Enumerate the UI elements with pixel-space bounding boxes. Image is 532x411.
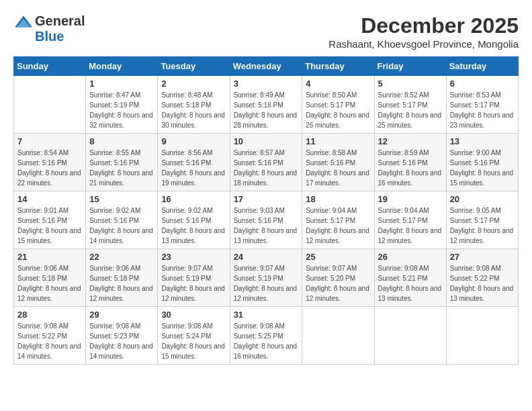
- calendar-cell: 16 Sunrise: 9:02 AMSunset: 5:16 PMDaylig…: [158, 191, 230, 249]
- calendar-cell: 23 Sunrise: 9:07 AMSunset: 5:19 PMDaylig…: [158, 249, 230, 307]
- day-number: 9: [161, 136, 226, 146]
- day-info: Sunrise: 8:58 AMSunset: 5:16 PMDaylight:…: [306, 148, 370, 188]
- day-info: Sunrise: 9:08 AMSunset: 5:23 PMDaylight:…: [89, 321, 154, 361]
- day-info: Sunrise: 9:04 AMSunset: 5:17 PMDaylight:…: [378, 205, 443, 246]
- calendar-cell: 9 Sunrise: 8:56 AMSunset: 5:16 PMDayligh…: [158, 134, 230, 191]
- calendar-cell: 30 Sunrise: 9:08 AMSunset: 5:24 PMDaylig…: [158, 307, 230, 365]
- calendar-cell: 7 Sunrise: 8:54 AMSunset: 5:16 PMDayligh…: [14, 134, 86, 191]
- day-info: Sunrise: 9:07 AMSunset: 5:19 PMDaylight:…: [161, 263, 226, 304]
- logo-general-text: General: [35, 13, 85, 29]
- calendar-cell: 22 Sunrise: 9:06 AMSunset: 5:18 PMDaylig…: [86, 249, 158, 307]
- day-info: Sunrise: 9:07 AMSunset: 5:20 PMDaylight:…: [306, 263, 370, 304]
- day-info: Sunrise: 9:08 AMSunset: 5:22 PMDaylight:…: [450, 263, 515, 304]
- calendar-cell: 15 Sunrise: 9:02 AMSunset: 5:16 PMDaylig…: [86, 191, 158, 249]
- day-number: 24: [234, 252, 299, 262]
- calendar-week-0: 1 Sunrise: 8:47 AMSunset: 5:19 PMDayligh…: [14, 76, 519, 134]
- day-number: 15: [89, 194, 154, 204]
- calendar-cell: 12 Sunrise: 8:59 AMSunset: 5:16 PMDaylig…: [374, 134, 446, 191]
- calendar-cell: 5 Sunrise: 8:52 AMSunset: 5:17 PMDayligh…: [374, 76, 446, 134]
- day-number: 5: [378, 79, 443, 89]
- day-number: 16: [161, 194, 226, 204]
- day-info: Sunrise: 8:50 AMSunset: 5:17 PMDaylight:…: [306, 90, 370, 130]
- calendar-cell: 17 Sunrise: 9:03 AMSunset: 5:16 PMDaylig…: [230, 191, 302, 249]
- month-title: December 2025: [328, 13, 519, 38]
- calendar-table: Sunday Monday Tuesday Wednesday Thursday…: [13, 56, 519, 365]
- logo: General Blue: [13, 13, 85, 44]
- day-info: Sunrise: 8:52 AMSunset: 5:17 PMDaylight:…: [378, 90, 443, 130]
- calendar-cell: 24 Sunrise: 9:07 AMSunset: 5:19 PMDaylig…: [230, 249, 302, 307]
- day-info: Sunrise: 9:02 AMSunset: 5:16 PMDaylight:…: [89, 205, 154, 246]
- header-tuesday: Tuesday: [158, 57, 230, 76]
- day-number: 31: [234, 310, 299, 320]
- day-number: 3: [234, 79, 299, 89]
- calendar-cell: 3 Sunrise: 8:49 AMSunset: 5:18 PMDayligh…: [230, 76, 302, 134]
- day-number: 13: [450, 136, 515, 146]
- day-info: Sunrise: 9:00 AMSunset: 5:16 PMDaylight:…: [450, 148, 515, 188]
- location-title: Rashaant, Khoevsgoel Province, Mongolia: [328, 38, 519, 50]
- calendar-cell: 28 Sunrise: 9:08 AMSunset: 5:22 PMDaylig…: [14, 307, 86, 365]
- calendar-cell: [14, 76, 86, 134]
- calendar-cell: [374, 307, 446, 365]
- day-number: 7: [17, 136, 82, 146]
- calendar-cell: 27 Sunrise: 9:08 AMSunset: 5:22 PMDaylig…: [446, 249, 518, 307]
- day-info: Sunrise: 9:03 AMSunset: 5:16 PMDaylight:…: [234, 205, 299, 246]
- day-info: Sunrise: 9:01 AMSunset: 5:16 PMDaylight:…: [17, 205, 82, 246]
- day-info: Sunrise: 9:08 AMSunset: 5:21 PMDaylight:…: [378, 263, 443, 304]
- day-info: Sunrise: 8:48 AMSunset: 5:18 PMDaylight:…: [161, 90, 226, 130]
- day-number: 10: [234, 136, 299, 146]
- day-info: Sunrise: 9:06 AMSunset: 5:18 PMDaylight:…: [17, 263, 82, 304]
- logo-blue-text: Blue: [35, 29, 64, 44]
- calendar-cell: [446, 307, 518, 365]
- page-header: General Blue December 2025 Rashaant, Kho…: [13, 13, 519, 50]
- calendar-week-1: 7 Sunrise: 8:54 AMSunset: 5:16 PMDayligh…: [14, 134, 519, 191]
- calendar-cell: 19 Sunrise: 9:04 AMSunset: 5:17 PMDaylig…: [374, 191, 446, 249]
- calendar-cell: 6 Sunrise: 8:53 AMSunset: 5:17 PMDayligh…: [446, 76, 518, 134]
- day-info: Sunrise: 8:55 AMSunset: 5:16 PMDaylight:…: [89, 148, 154, 188]
- header-wednesday: Wednesday: [230, 57, 302, 76]
- day-number: 30: [161, 310, 226, 320]
- day-number: 22: [89, 252, 154, 262]
- header-saturday: Saturday: [446, 57, 518, 76]
- calendar-cell: 1 Sunrise: 8:47 AMSunset: 5:19 PMDayligh…: [86, 76, 158, 134]
- header-sunday: Sunday: [14, 57, 86, 76]
- day-info: Sunrise: 8:53 AMSunset: 5:17 PMDaylight:…: [450, 90, 515, 130]
- calendar-cell: 8 Sunrise: 8:55 AMSunset: 5:16 PMDayligh…: [86, 134, 158, 191]
- header-friday: Friday: [374, 57, 446, 76]
- day-number: 21: [17, 252, 82, 262]
- day-info: Sunrise: 9:02 AMSunset: 5:16 PMDaylight:…: [161, 205, 226, 246]
- calendar-cell: 25 Sunrise: 9:07 AMSunset: 5:20 PMDaylig…: [302, 249, 374, 307]
- day-info: Sunrise: 9:08 AMSunset: 5:24 PMDaylight:…: [161, 321, 226, 361]
- calendar-cell: 13 Sunrise: 9:00 AMSunset: 5:16 PMDaylig…: [446, 134, 518, 191]
- day-number: 14: [17, 194, 82, 204]
- calendar-cell: 18 Sunrise: 9:04 AMSunset: 5:17 PMDaylig…: [302, 191, 374, 249]
- day-number: 11: [306, 136, 370, 146]
- calendar-cell: 4 Sunrise: 8:50 AMSunset: 5:17 PMDayligh…: [302, 76, 374, 134]
- day-number: 25: [306, 252, 370, 262]
- calendar-week-2: 14 Sunrise: 9:01 AMSunset: 5:16 PMDaylig…: [14, 191, 519, 249]
- day-info: Sunrise: 8:59 AMSunset: 5:16 PMDaylight:…: [378, 148, 443, 188]
- day-number: 2: [161, 79, 226, 89]
- day-number: 8: [89, 136, 154, 146]
- day-number: 28: [17, 310, 82, 320]
- calendar-cell: 20 Sunrise: 9:05 AMSunset: 5:17 PMDaylig…: [446, 191, 518, 249]
- day-info: Sunrise: 8:54 AMSunset: 5:16 PMDaylight:…: [17, 148, 82, 188]
- calendar-week-4: 28 Sunrise: 9:08 AMSunset: 5:22 PMDaylig…: [14, 307, 519, 365]
- day-number: 19: [378, 194, 443, 204]
- day-info: Sunrise: 8:49 AMSunset: 5:18 PMDaylight:…: [234, 90, 299, 130]
- calendar-cell: 10 Sunrise: 8:57 AMSunset: 5:16 PMDaylig…: [230, 134, 302, 191]
- day-info: Sunrise: 9:08 AMSunset: 5:22 PMDaylight:…: [17, 321, 82, 361]
- day-info: Sunrise: 9:05 AMSunset: 5:17 PMDaylight:…: [450, 205, 515, 246]
- day-info: Sunrise: 9:07 AMSunset: 5:19 PMDaylight:…: [234, 263, 299, 304]
- calendar-cell: 11 Sunrise: 8:58 AMSunset: 5:16 PMDaylig…: [302, 134, 374, 191]
- day-number: 27: [450, 252, 515, 262]
- header-thursday: Thursday: [302, 57, 374, 76]
- day-info: Sunrise: 9:04 AMSunset: 5:17 PMDaylight:…: [306, 205, 370, 246]
- day-number: 4: [306, 79, 370, 89]
- header-row: Sunday Monday Tuesday Wednesday Thursday…: [14, 57, 519, 76]
- calendar-cell: [302, 307, 374, 365]
- calendar-cell: 14 Sunrise: 9:01 AMSunset: 5:16 PMDaylig…: [14, 191, 86, 249]
- day-info: Sunrise: 8:56 AMSunset: 5:16 PMDaylight:…: [161, 148, 226, 188]
- day-number: 6: [450, 79, 515, 89]
- day-info: Sunrise: 8:57 AMSunset: 5:16 PMDaylight:…: [234, 148, 299, 188]
- calendar-body: 1 Sunrise: 8:47 AMSunset: 5:19 PMDayligh…: [14, 76, 519, 365]
